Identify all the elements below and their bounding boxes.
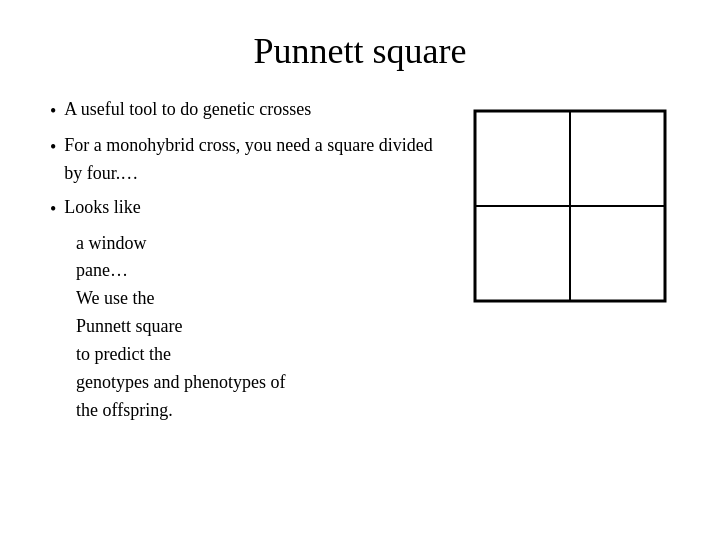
- indented-line-2: pane…: [76, 257, 440, 285]
- indented-line-6: genotypes and phenotypes of: [76, 369, 440, 397]
- indented-line-1: a window: [76, 230, 440, 258]
- slide: Punnett square • A useful tool to do gen…: [0, 0, 720, 540]
- bullet-item-1: • A useful tool to do genetic crosses: [50, 96, 440, 126]
- indented-line-7: the offspring.: [76, 397, 440, 425]
- content-area: • A useful tool to do genetic crosses • …: [50, 96, 670, 510]
- bullet-dot-2: •: [50, 134, 56, 162]
- slide-title: Punnett square: [50, 30, 670, 72]
- indented-line-5: to predict the: [76, 341, 440, 369]
- text-column: • A useful tool to do genetic crosses • …: [50, 96, 440, 425]
- bullet-text-2: For a monohybrid cross, you need a squar…: [64, 132, 440, 188]
- indented-line-3: We use the: [76, 285, 440, 313]
- punnett-square-diagram: [470, 106, 670, 306]
- bullet-dot-1: •: [50, 98, 56, 126]
- indented-line-4: Punnett square: [76, 313, 440, 341]
- bullet-item-2: • For a monohybrid cross, you need a squ…: [50, 132, 440, 188]
- bullet-text-3: Looks like: [64, 194, 440, 222]
- bullet-dot-3: •: [50, 196, 56, 224]
- punnett-svg: [470, 106, 670, 306]
- indented-lines: a window pane… We use the Punnett square…: [76, 230, 440, 425]
- bullet-item-3: • Looks like: [50, 194, 440, 224]
- bullet-text-1: A useful tool to do genetic crosses: [64, 96, 440, 124]
- bullet-list: • A useful tool to do genetic crosses • …: [50, 96, 440, 224]
